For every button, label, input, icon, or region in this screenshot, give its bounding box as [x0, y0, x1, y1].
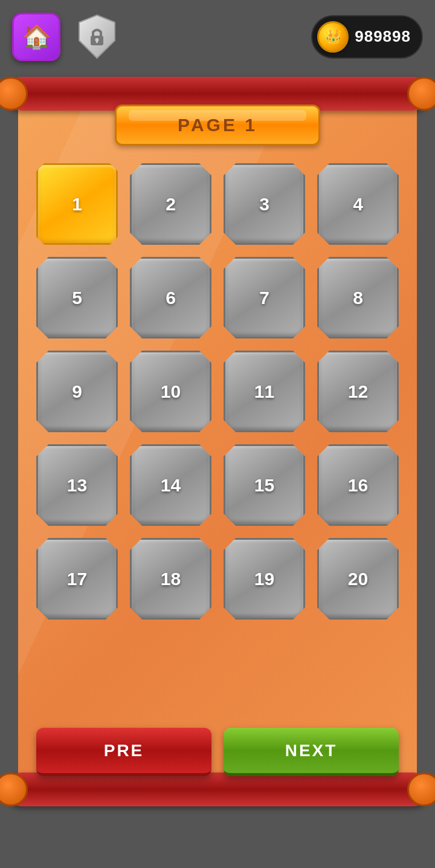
coin-display: 👑 989898 — [311, 15, 423, 59]
next-button[interactable]: NEXT — [224, 728, 399, 776]
level-button-3[interactable]: 3 — [224, 163, 305, 245]
level-grid: 1234567891011121314151617181920 — [36, 157, 399, 626]
scroll-body: PAGE 1 1234567891011121314151617181920 P… — [18, 94, 417, 789]
level-button-19[interactable]: 19 — [224, 538, 305, 620]
page-title-banner: PAGE 1 — [115, 105, 320, 146]
level-button-1[interactable]: 1 — [36, 163, 118, 245]
scroll-roll-bottom — [5, 772, 430, 806]
shield-lock-icon — [77, 14, 117, 59]
level-button-2[interactable]: 2 — [130, 163, 211, 245]
level-button-16[interactable]: 16 — [317, 444, 399, 526]
level-button-4[interactable]: 4 — [317, 163, 399, 245]
level-button-6[interactable]: 6 — [130, 257, 211, 338]
level-button-7[interactable]: 7 — [224, 257, 305, 338]
level-button-14[interactable]: 14 — [130, 444, 211, 526]
level-button-5[interactable]: 5 — [36, 257, 118, 338]
level-button-20[interactable]: 20 — [317, 538, 399, 620]
level-button-9[interactable]: 9 — [36, 351, 118, 432]
svg-rect-2 — [96, 40, 98, 43]
nav-buttons: PRE NEXT — [36, 728, 399, 776]
level-button-11[interactable]: 11 — [224, 351, 305, 432]
level-button-18[interactable]: 18 — [130, 538, 211, 620]
level-button-8[interactable]: 8 — [317, 257, 399, 338]
pre-button[interactable]: PRE — [36, 728, 211, 776]
lock-badge — [72, 11, 121, 62]
scroll-container: PAGE 1 1234567891011121314151617181920 P… — [18, 94, 417, 789]
coin-amount: 989898 — [355, 27, 411, 46]
level-button-15[interactable]: 15 — [224, 444, 305, 526]
level-button-17[interactable]: 17 — [36, 538, 118, 620]
coin-icon: 👑 — [317, 21, 349, 53]
level-button-10[interactable]: 10 — [130, 351, 211, 432]
home-button[interactable]: 🏠 — [12, 13, 60, 61]
page-title: PAGE 1 — [178, 115, 257, 135]
level-button-12[interactable]: 12 — [317, 351, 399, 432]
level-button-13[interactable]: 13 — [36, 444, 118, 526]
top-bar: 🏠 👑 — [0, 11, 435, 62]
home-icon: 🏠 — [22, 24, 51, 50]
